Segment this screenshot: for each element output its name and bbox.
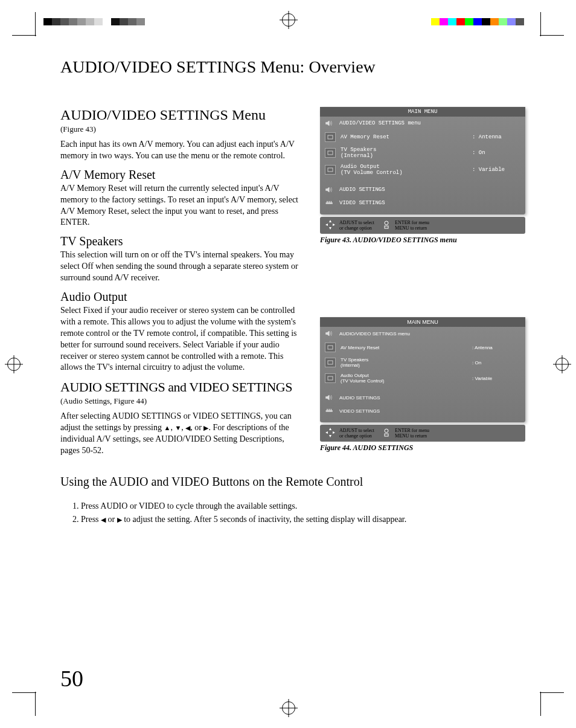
footer-menu: MENU to return bbox=[395, 433, 429, 439]
footer-change: or change option bbox=[339, 225, 374, 231]
box-icon bbox=[325, 358, 336, 367]
step-2: 2. Press ◀ or ▶ to adjust the setting. A… bbox=[72, 513, 525, 526]
content-area: AUDIO/VIDEO SETTINGS Menu: Overview AUDI… bbox=[60, 57, 525, 527]
svg-rect-1 bbox=[328, 151, 333, 155]
left-arrow-icon: ◀ bbox=[185, 424, 190, 431]
menu-43-row3-label: TV Speakers (Internal) bbox=[341, 147, 467, 159]
box-icon bbox=[325, 132, 336, 142]
menu-44-row3-label: TV Speakers (Internal) bbox=[341, 357, 467, 368]
tv-speakers-body: This selection will turn on or off the T… bbox=[60, 250, 302, 284]
svg-rect-6 bbox=[331, 201, 332, 202]
svg-rect-2 bbox=[328, 168, 333, 172]
footer-change: or change option bbox=[339, 433, 374, 439]
page: AUDIO/VIDEO SETTINGS Menu: Overview AUDI… bbox=[0, 0, 576, 728]
up-arrow-icon: ▲ bbox=[164, 424, 171, 431]
crop-mark-icon bbox=[540, 35, 564, 36]
color-swatch bbox=[524, 18, 533, 25]
svg-rect-19 bbox=[331, 409, 332, 410]
video-icon bbox=[325, 199, 334, 207]
figure-ref: (Audio Settings, Figure 44) bbox=[60, 396, 302, 406]
crop-mark-icon bbox=[35, 692, 36, 716]
color-swatch bbox=[440, 18, 448, 25]
color-swatch bbox=[111, 18, 120, 25]
box-icon bbox=[325, 165, 336, 175]
menu-43-row3-value: : On bbox=[472, 150, 520, 156]
speaker-icon bbox=[325, 393, 334, 402]
box-icon bbox=[325, 343, 336, 352]
menu-43-row6: VIDEO SETTINGS bbox=[339, 200, 520, 206]
color-swatch bbox=[94, 18, 103, 25]
menu-43-row2-value: : Antenna bbox=[472, 134, 520, 140]
audio-output-body: Select Fixed if your audio receiver or s… bbox=[60, 305, 302, 373]
svg-rect-18 bbox=[328, 409, 330, 410]
registration-mark-icon bbox=[282, 701, 295, 715]
step-1: 1. Press AUDIO or VIDEO to cycle through… bbox=[72, 500, 525, 513]
remote-control-section: Using the AUDIO and VIDEO Buttons on the… bbox=[60, 475, 525, 527]
figure-43-caption: Figure 43. AUDIO/VIDEO SETTINGS menu bbox=[320, 236, 525, 245]
color-calibration-bar-left bbox=[43, 18, 145, 25]
color-swatch bbox=[120, 18, 128, 25]
menu-44-row2-label: AV Memory Reset bbox=[341, 345, 467, 350]
menu-44-row4-value: : Variable bbox=[472, 376, 520, 381]
svg-rect-13 bbox=[328, 346, 333, 349]
speaker-icon bbox=[325, 329, 334, 338]
color-swatch bbox=[499, 18, 507, 25]
crop-mark-icon bbox=[12, 35, 36, 36]
video-icon bbox=[325, 407, 334, 415]
dpad-icon bbox=[325, 427, 336, 439]
color-swatch bbox=[77, 18, 86, 25]
figure-44-caption: Figure 44. AUDIO SETTINGS bbox=[320, 443, 525, 453]
menu-44-row6: VIDEO SETTINGS bbox=[339, 408, 520, 414]
color-swatch bbox=[473, 18, 482, 25]
color-swatch bbox=[128, 18, 136, 25]
crop-mark-icon bbox=[540, 12, 541, 36]
svg-marker-21 bbox=[329, 435, 331, 437]
menu-43-row1: AUDIO/VIDEO SETTINGS menu bbox=[339, 120, 520, 126]
crop-mark-icon bbox=[540, 692, 541, 716]
step-2-text-b: or bbox=[106, 515, 117, 524]
left-arrow-icon: ◀ bbox=[101, 516, 106, 523]
menu-43-row5: AUDIO SETTINGS bbox=[339, 187, 520, 193]
color-swatch bbox=[69, 18, 77, 25]
svg-marker-9 bbox=[325, 224, 328, 226]
color-swatch bbox=[448, 18, 456, 25]
svg-marker-22 bbox=[325, 431, 328, 434]
figure-ref: (Figure 43) bbox=[60, 124, 302, 134]
color-swatch bbox=[465, 18, 473, 25]
color-swatch bbox=[516, 18, 524, 25]
svg-rect-0 bbox=[328, 135, 333, 139]
down-arrow-icon: ▼ bbox=[174, 424, 181, 431]
color-swatch bbox=[490, 18, 499, 25]
svg-rect-3 bbox=[326, 202, 333, 204]
color-swatch bbox=[52, 18, 60, 25]
speaker-icon bbox=[325, 185, 334, 194]
crop-mark-icon bbox=[540, 692, 564, 693]
svg-rect-17 bbox=[327, 409, 328, 410]
av-settings-menu-heading: AUDIO/VIDEO SETTINGS Menu bbox=[60, 107, 302, 123]
footer-adjust: ADJUST to select bbox=[339, 428, 374, 433]
crop-mark-icon bbox=[35, 12, 36, 36]
svg-rect-5 bbox=[328, 201, 330, 202]
menu-44-row5: AUDIO SETTINGS bbox=[339, 395, 520, 401]
audio-video-settings-heading: AUDIO SETTINGS and VIDEO SETTINGS bbox=[60, 379, 302, 395]
svg-rect-25 bbox=[385, 434, 388, 436]
menu-screenshot-43: MAIN MENU AUDIO/VIDEO SETTINGS menu AV M… bbox=[320, 107, 525, 214]
menu-43-title: MAIN MENU bbox=[320, 107, 525, 117]
svg-marker-20 bbox=[329, 428, 331, 430]
color-swatch bbox=[103, 18, 111, 25]
svg-marker-10 bbox=[333, 224, 335, 226]
speaker-icon bbox=[325, 119, 334, 127]
color-swatch bbox=[86, 18, 94, 25]
enter-icon bbox=[382, 428, 391, 439]
audio-video-settings-body: After selecting AUDIO SETTINGS or VIDEO … bbox=[60, 411, 302, 457]
color-swatch bbox=[43, 18, 52, 25]
svg-marker-7 bbox=[329, 220, 331, 222]
color-swatch bbox=[60, 18, 69, 25]
crop-mark-icon bbox=[12, 692, 36, 693]
svg-marker-23 bbox=[333, 431, 335, 434]
av-memory-reset-body: A/V Memory Reset will return the current… bbox=[60, 183, 302, 229]
svg-marker-8 bbox=[329, 227, 331, 230]
footer-enter: ENTER for menu bbox=[395, 428, 429, 433]
step-2-text-a: 2. Press bbox=[72, 515, 101, 524]
footer-menu: MENU to return bbox=[395, 225, 429, 231]
